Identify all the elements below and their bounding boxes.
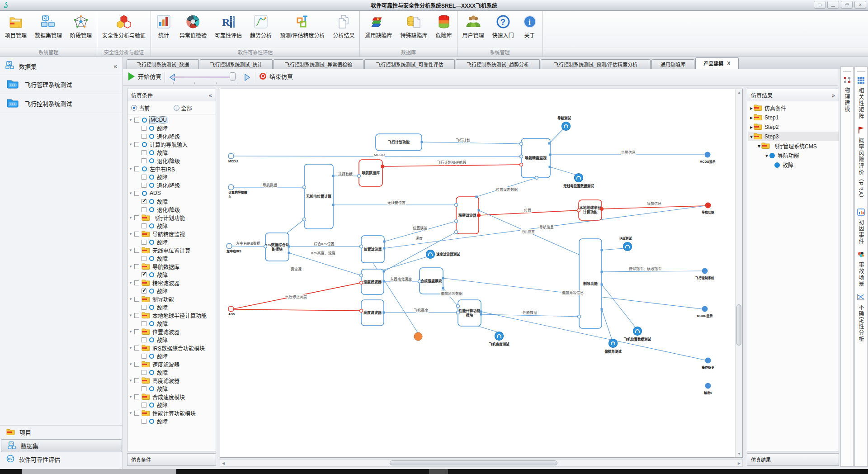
input-port-icon[interactable] — [577, 209, 580, 212]
output-port-icon[interactable] — [480, 311, 482, 313]
strip-tab-初因事件[interactable]: 初因事件 — [857, 209, 865, 245]
condition-tree-row[interactable]: 故障 — [128, 287, 216, 295]
fullscreen-button[interactable] — [814, 1, 826, 9]
condition-tree-row[interactable]: ▾无线电位置计算 — [128, 246, 216, 254]
input-port-icon[interactable] — [358, 175, 361, 178]
output-port-icon[interactable] — [421, 141, 423, 143]
condition-tree-row[interactable]: 故障 — [128, 303, 216, 311]
diagram-edge[interactable] — [602, 309, 612, 339]
input-port-icon[interactable] — [360, 309, 363, 313]
condition-tree-row[interactable]: ▾性能计算功能模块 — [128, 409, 216, 417]
output-port-icon[interactable] — [383, 280, 385, 283]
start-simulation-button[interactable]: 开始仿真 — [128, 72, 161, 81]
checkbox[interactable] — [142, 370, 146, 375]
checkbox[interactable] — [142, 183, 146, 188]
expand-arrow-icon[interactable]: ▾ — [128, 118, 133, 122]
collapse-right-dock-icon[interactable]: » — [832, 92, 835, 99]
toolbar-button[interactable]: 趋势分析 — [246, 12, 276, 47]
toolbar-button[interactable]: 特殊缺陷库 — [396, 12, 431, 47]
checkbox[interactable] — [134, 329, 139, 334]
vscroll-thumb[interactable] — [736, 304, 741, 346]
input-port-icon[interactable] — [578, 315, 581, 318]
condition-tree-row[interactable]: 故障 — [128, 197, 216, 205]
expand-arrow-icon[interactable]: ▾ — [128, 248, 133, 252]
tab-item[interactable]: 飞行控制系统测试_趋势分析 — [456, 59, 540, 69]
checkbox[interactable] — [134, 118, 139, 123]
output-port-icon[interactable] — [381, 165, 384, 168]
output-port-icon[interactable] — [383, 241, 386, 243]
condition-tree-row[interactable]: 故障 — [128, 173, 216, 181]
diagram-edge[interactable] — [549, 129, 563, 143]
model-canvas[interactable]: 飞行计划功能导航数据库无线电位置计算IRS数据综合功能模块位置滤波器精密滤波器导… — [220, 89, 743, 458]
checkbox[interactable] — [142, 386, 146, 391]
diagram-edge[interactable] — [231, 246, 265, 246]
toolbar-button[interactable]: i关于 — [518, 12, 542, 47]
input-port-icon[interactable] — [520, 142, 523, 146]
checkbox[interactable] — [134, 142, 139, 147]
output-port-icon[interactable] — [478, 209, 480, 212]
checkbox[interactable] — [134, 191, 139, 196]
strip-grip[interactable] — [843, 69, 851, 72]
expand-arrow-icon[interactable]: ▾ — [128, 362, 133, 366]
diagram-edge[interactable] — [602, 248, 624, 250]
checkbox[interactable] — [142, 240, 146, 245]
condition-tree-row[interactable]: 故障 — [128, 336, 216, 344]
expand-arrow-icon[interactable]: ▾ — [128, 297, 133, 301]
tab-item[interactable]: 飞行控制系统测试_异常值检验 — [274, 59, 363, 69]
output-port-icon[interactable] — [442, 277, 444, 280]
simulation-slider-thumb[interactable] — [230, 72, 236, 81]
expand-arrow-icon[interactable]: ▾ — [128, 346, 133, 350]
toolbar-button[interactable]: D通用缺陷库 — [361, 12, 396, 47]
output-terminal-icon[interactable] — [705, 358, 711, 364]
checkbox[interactable] — [142, 126, 146, 131]
collapse-left-dock-icon[interactable]: « — [209, 92, 212, 99]
diagram-edge[interactable] — [233, 309, 361, 311]
toolbar-button[interactable]: 分析结果 — [329, 12, 359, 47]
output-terminal-icon[interactable] — [705, 152, 711, 158]
test-node-icon[interactable] — [609, 339, 618, 348]
input-port-icon[interactable] — [455, 204, 458, 207]
checkbox[interactable] — [134, 394, 139, 399]
diagram-edge[interactable] — [602, 206, 705, 209]
condition-tree-row[interactable]: 故障 — [128, 352, 216, 360]
simulation-slider-track[interactable] — [171, 76, 236, 78]
diagram-edge[interactable] — [383, 257, 427, 270]
diagram-edge[interactable] — [422, 142, 521, 144]
condition-tree-row[interactable]: ▾导航数据库 — [128, 262, 216, 270]
tab-item[interactable]: 通用缺陷库 — [651, 59, 694, 69]
condition-tree-row[interactable]: 故障 — [128, 384, 216, 393]
checkbox[interactable] — [142, 223, 146, 228]
test-node-icon[interactable] — [426, 250, 435, 259]
input-port-icon[interactable] — [520, 163, 523, 166]
tab-close-icon[interactable]: X — [727, 61, 730, 66]
input-port-icon[interactable] — [455, 220, 458, 223]
radio-current[interactable]: 当前 — [131, 104, 170, 112]
expand-arrow-icon[interactable]: ▾ — [128, 313, 133, 318]
strip-tab-事故场景[interactable]: 事故场景 — [857, 251, 865, 287]
checkbox[interactable] — [142, 354, 146, 359]
expand-arrow-icon[interactable]: ▾ — [128, 394, 133, 399]
expand-arrow-icon[interactable]: ▸ — [750, 105, 753, 111]
expand-arrow-icon[interactable]: ▾ — [765, 152, 768, 159]
checkbox[interactable] — [142, 337, 146, 342]
output-port-icon[interactable] — [442, 287, 444, 289]
expand-arrow-icon[interactable]: ▾ — [128, 329, 133, 334]
output-port-icon[interactable] — [332, 204, 335, 206]
checkbox[interactable] — [134, 362, 139, 367]
expand-arrow-icon[interactable]: ▾ — [128, 264, 133, 269]
sidebar-item[interactable]: 飞行控制系统测试 — [0, 94, 123, 113]
toolbar-button[interactable]: 异常值检验 — [175, 12, 211, 47]
scroll-left-icon[interactable]: ◀ — [222, 461, 225, 465]
condition-tree-row[interactable]: ▾合成速度模块 — [128, 393, 216, 401]
output-port-icon[interactable] — [601, 284, 603, 286]
output-port-icon[interactable] — [548, 142, 551, 145]
condition-tree-row[interactable]: ▾MCDU — [128, 116, 216, 124]
checkbox[interactable] — [134, 264, 139, 269]
close-button[interactable]: × — [854, 1, 866, 9]
condition-tree-row[interactable]: ▾计算的导航输入 — [128, 140, 216, 148]
output-port-icon[interactable] — [383, 247, 386, 250]
toolbar-button[interactable]: 数据集管理 — [31, 12, 66, 47]
external-input-icon[interactable] — [228, 153, 234, 159]
checkbox[interactable] — [134, 313, 139, 318]
input-port-icon[interactable] — [457, 305, 460, 308]
